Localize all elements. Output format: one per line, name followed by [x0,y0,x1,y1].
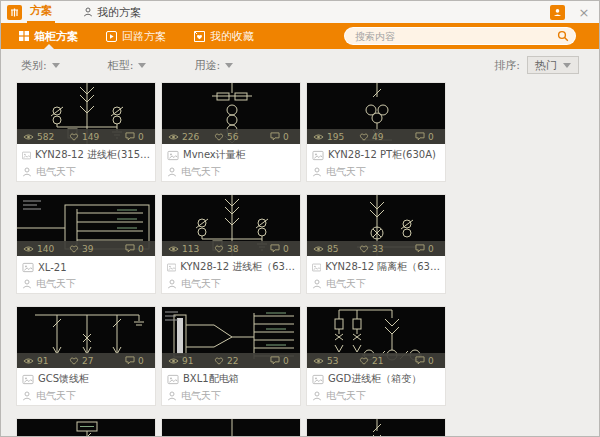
chevron-down-icon [138,63,146,68]
likes-icon[interactable] [359,244,369,253]
filter-category[interactable]: 类别: [21,58,60,73]
scheme-type-icon [167,374,179,385]
sort-label: 排序: [494,58,520,73]
tab-cabinet-schemes[interactable]: 箱柜方案 [19,23,78,49]
likes-icon[interactable] [214,356,224,365]
scheme-card[interactable]: 85 33 0 KYN28-12 隔离柜（63… 电气天下 [306,194,446,294]
my-plans-tab[interactable]: 我的方案 [83,5,141,20]
comments-count: 0 [138,356,144,366]
likes-icon[interactable] [359,356,369,365]
scheme-title[interactable]: KYN28-12 PT柜(630A) [328,148,436,162]
scheme-title[interactable]: Mvnex计量柜 [183,148,246,162]
author-icon [167,167,177,177]
thumbnail-stats-bar: 53 21 0 [307,353,445,368]
scheme-card[interactable]: 113 38 0 KYN28-12 进线柜（63… 电气天下 [161,194,301,294]
scheme-card[interactable]: 47 20 1 GCS进线柜 电气天下 [161,418,301,437]
chevron-down-icon [52,63,60,68]
scheme-info: KYN28-12 进线柜（63… 电气天下 [162,256,300,290]
user-badge-icon[interactable] [550,5,565,20]
author-name[interactable]: 电气天下 [181,389,221,403]
scheme-title[interactable]: XL-21 [38,262,67,273]
scheme-card[interactable]: 582 149 0 KYN28-12 进线柜(315… 电气天下 [16,82,156,182]
scheme-card[interactable]: 226 56 0 Mvnex计量柜 电气天下 [161,82,301,182]
scheme-card[interactable]: 195 49 0 KYN28-12 PT柜(630A) 电气天下 [306,82,446,182]
scheme-thumbnail[interactable]: 113 38 0 [162,195,300,256]
scheme-type-icon [22,150,31,161]
tab-my-favorites[interactable]: 我的收藏 [194,23,254,49]
scheme-card[interactable]: 48 20 0 GCS电容柜 电气天下 [16,418,156,437]
sort-dropdown[interactable]: 热门 [527,56,579,74]
scheme-title[interactable]: KYN28-12 进线柜（63… [180,260,295,274]
chevron-down-icon [563,63,571,68]
views-icon [23,245,34,253]
search-input[interactable] [355,31,557,42]
scheme-thumbnail[interactable]: 88 18 0 [307,419,445,437]
scheme-title[interactable]: GGD进线柜（箱变） [328,372,421,386]
scheme-thumbnail[interactable]: 140 39 0 [17,195,155,256]
comments-icon [415,356,425,365]
views-count: 91 [182,356,193,366]
likes-count: 38 [227,244,238,254]
scheme-type-icon [167,262,176,273]
filter-label: 用途: [194,58,220,73]
search-box[interactable] [344,27,576,45]
filter-cabinet-type[interactable]: 柜型: [108,58,147,73]
scheme-title[interactable]: KYN28-12 隔离柜（63… [325,260,440,274]
author-name[interactable]: 电气天下 [36,389,76,403]
scheme-info: GGD进线柜（箱变） 电气天下 [307,368,445,402]
scheme-card[interactable]: 140 39 0 XL-21 电气天下 [16,194,156,294]
scheme-card[interactable]: 91 22 0 BXL1配电箱 电气天下 [161,306,301,406]
scheme-card[interactable]: 88 18 0 KYN28-12 站变柜(315… 电气天下 [306,418,446,437]
likes-icon[interactable] [69,356,79,365]
author-icon [312,391,322,401]
scheme-thumbnail[interactable]: 582 149 0 [17,83,155,144]
scheme-thumbnail[interactable]: 48 20 0 [17,419,155,437]
author-name[interactable]: 电气天下 [36,277,76,291]
likes-count: 22 [227,356,238,366]
comments-icon [415,244,425,253]
views-count: 85 [327,244,338,254]
author-name[interactable]: 电气天下 [326,389,366,403]
views-icon [313,357,324,365]
likes-icon[interactable] [214,132,224,141]
author-name[interactable]: 电气天下 [36,165,76,179]
scheme-thumbnail[interactable]: 53 21 0 [307,307,445,368]
author-name[interactable]: 电气天下 [181,277,221,291]
comments-count: 0 [138,132,144,142]
thumbnail-stats-bar: 582 149 0 [17,129,155,144]
scheme-type-icon [22,262,34,273]
scheme-card[interactable]: 53 21 0 GGD进线柜（箱变） 电气天下 [306,306,446,406]
scheme-card[interactable]: 91 27 0 GCS馈线柜 电气天下 [16,306,156,406]
views-count: 226 [182,132,199,142]
author-name[interactable]: 电气天下 [326,165,366,179]
likes-icon[interactable] [69,132,79,141]
scheme-type-icon [167,150,179,161]
comments-count: 0 [283,356,289,366]
tab-circuit-schemes[interactable]: 回路方案 [106,23,166,49]
author-name[interactable]: 电气天下 [326,277,366,291]
likes-icon[interactable] [69,244,79,253]
scheme-thumbnail[interactable]: 47 20 1 [162,419,300,437]
scheme-thumbnail[interactable]: 195 49 0 [307,83,445,144]
likes-count: 21 [372,356,383,366]
scheme-thumbnail[interactable]: 226 56 0 [162,83,300,144]
author-name[interactable]: 电气天下 [181,165,221,179]
scheme-thumbnail[interactable]: 91 27 0 [17,307,155,368]
thumbnail-stats-bar: 140 39 0 [17,241,155,256]
comments-icon [125,244,135,253]
search-icon[interactable] [557,30,569,42]
scheme-thumbnail[interactable]: 85 33 0 [307,195,445,256]
close-button[interactable]: × [577,6,591,19]
likes-icon[interactable] [214,244,224,253]
views-icon [313,245,324,253]
author-icon [22,391,32,401]
scheme-title[interactable]: BXL1配电箱 [183,372,239,386]
views-icon [313,133,324,141]
scheme-thumbnail[interactable]: 91 22 0 [162,307,300,368]
thumbnail-stats-bar: 226 56 0 [162,129,300,144]
likes-icon[interactable] [359,132,369,141]
filter-usage[interactable]: 用途: [194,58,233,73]
scheme-title[interactable]: GCS馈线柜 [38,372,89,386]
scheme-title[interactable]: KYN28-12 进线柜(315… [35,148,150,162]
app-name-tab[interactable]: 方案 [27,1,55,23]
